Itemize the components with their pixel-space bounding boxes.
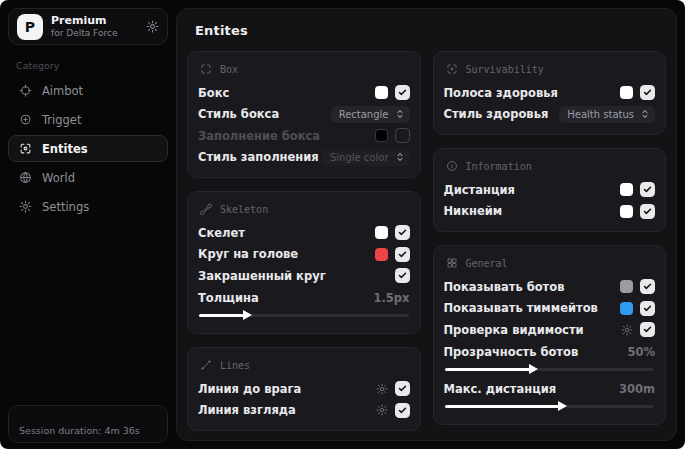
panel-information: Information Дистанция Никнейм — [433, 148, 667, 232]
sidebar-item-settings[interactable]: Settings — [8, 193, 168, 220]
sidebar-item-entites[interactable]: Entites — [8, 135, 168, 162]
brand-card: P Premium for Delta Force — [8, 8, 168, 45]
thickness-slider[interactable] — [199, 314, 409, 317]
slider-value: 50% — [627, 345, 655, 359]
diagonal-line-icon — [200, 359, 212, 371]
setting-row-box-enabled: Бокс — [198, 82, 410, 104]
check-icon — [643, 325, 652, 334]
checkbox-checked[interactable] — [395, 85, 410, 100]
setting-row-bots-opacity: Прозрачность ботов 50% — [444, 342, 656, 364]
fill-style-select[interactable]: Single color — [322, 149, 410, 166]
bots-opacity-slider[interactable] — [445, 368, 655, 371]
sidebar-item-label: World — [42, 171, 75, 185]
check-icon — [398, 384, 407, 393]
frame-icon — [200, 63, 212, 75]
setting-label: Показывать тиммейтов — [444, 301, 598, 315]
thickness-slider-group: Толщина 1.5px — [198, 288, 410, 318]
checkbox-checked[interactable] — [640, 204, 655, 219]
color-swatch[interactable] — [375, 129, 388, 142]
color-swatch[interactable] — [620, 205, 633, 218]
gear-icon[interactable] — [376, 383, 388, 395]
panel-header-label: Lines — [220, 360, 250, 371]
setting-label: Толщина — [198, 291, 259, 305]
panel-survivability-header: Survivability — [444, 59, 656, 82]
max-distance-slider[interactable] — [445, 405, 655, 408]
panel-box-header: Box — [198, 59, 410, 82]
setting-label: Полоса здоровья — [444, 86, 558, 100]
checkbox-checked[interactable] — [640, 182, 655, 197]
check-icon — [643, 88, 652, 97]
opacity-slider-group: Прозрачность ботов 50% — [444, 342, 656, 372]
panel-header-label: Information — [466, 161, 532, 172]
setting-row-skeleton-enabled: Скелет — [198, 222, 410, 244]
panel-header-label: General — [466, 258, 508, 269]
color-swatch[interactable] — [620, 183, 633, 196]
gear-icon[interactable] — [376, 404, 388, 416]
checkbox-checked[interactable] — [640, 279, 655, 294]
setting-row-filled-circle: Закрашенный круг — [198, 265, 410, 287]
setting-label: Показывать ботов — [444, 280, 565, 294]
slider-thumb[interactable] — [558, 401, 567, 411]
setting-row-health-bar: Полоса здоровья — [444, 82, 656, 104]
sidebar-item-world[interactable]: World — [8, 164, 168, 191]
color-swatch[interactable] — [620, 302, 633, 315]
color-swatch[interactable] — [375, 226, 388, 239]
checkbox-checked[interactable] — [395, 268, 410, 283]
checkbox-unchecked[interactable] — [395, 128, 410, 143]
panel-header-label: Skeleton — [220, 204, 268, 215]
app-window: P Premium for Delta Force Category Aimbo… — [0, 0, 685, 449]
setting-row-head-circle: Круг на голове — [198, 244, 410, 266]
slider-value: 1.5px — [373, 291, 409, 305]
gear-icon[interactable] — [621, 324, 633, 336]
box-style-select[interactable]: Rectangle — [331, 106, 410, 123]
check-icon — [398, 271, 407, 280]
slider-thumb[interactable] — [529, 364, 538, 374]
checkbox-checked[interactable] — [395, 381, 410, 396]
right-column: Survivability Полоса здоровья Стиль здор… — [433, 51, 667, 431]
checkbox-checked[interactable] — [640, 301, 655, 316]
color-swatch[interactable] — [375, 248, 388, 261]
checkbox-checked[interactable] — [395, 403, 410, 418]
main-content: Entites Box Бокс — [176, 8, 677, 441]
panel-general: General Показывать ботов Показывать тимм… — [433, 245, 667, 425]
panel-box: Box Бокс Стиль бокса Rectangle — [187, 51, 421, 178]
check-icon — [643, 282, 652, 291]
setting-label: Дистанция — [444, 183, 515, 197]
setting-label: Стиль бокса — [198, 107, 279, 121]
sidebar-item-label: Entites — [42, 142, 88, 156]
panel-lines: Lines Линия до врага Линия взгляда — [187, 347, 421, 431]
panel-header-label: Survivability — [466, 64, 544, 75]
setting-label: Скелет — [198, 226, 245, 240]
brand-text: Premium for Delta Force — [51, 14, 117, 39]
gear-icon[interactable] — [146, 20, 159, 33]
health-style-select[interactable]: Health status — [559, 106, 655, 123]
gear-icon — [19, 200, 32, 213]
session-duration: Session duration: 4m 36s — [8, 405, 168, 443]
setting-row-distance: Дистанция — [444, 179, 656, 201]
setting-label: Линия до врага — [198, 382, 301, 396]
checkbox-checked[interactable] — [395, 225, 410, 240]
color-swatch[interactable] — [620, 86, 633, 99]
checkbox-checked[interactable] — [640, 85, 655, 100]
setting-label: Стиль заполнения — [198, 150, 319, 164]
sidebar-item-label: Trigget — [42, 113, 81, 127]
sidebar-item-aimbot[interactable]: Aimbot — [8, 77, 168, 104]
color-swatch[interactable] — [375, 86, 388, 99]
check-icon — [398, 88, 407, 97]
setting-label: Закрашенный круг — [198, 269, 326, 283]
panel-header-label: Box — [220, 64, 238, 75]
color-swatch[interactable] — [620, 280, 633, 293]
setting-row-visibility-check: Проверка видимости — [444, 319, 656, 341]
slider-thumb[interactable] — [243, 310, 252, 320]
setting-row-box-fill: Заполнение бокса — [198, 125, 410, 147]
setting-row-nickname: Никнейм — [444, 201, 656, 223]
checkbox-checked[interactable] — [395, 247, 410, 262]
globe-icon — [19, 171, 32, 184]
sidebar-item-label: Settings — [42, 200, 89, 214]
checkbox-checked[interactable] — [640, 322, 655, 337]
brand-title: Premium — [51, 14, 117, 28]
chevrons-up-down-icon — [395, 109, 405, 119]
setting-label: Макс. дистанция — [444, 382, 557, 396]
sidebar-item-trigget[interactable]: Trigget — [8, 106, 168, 133]
slider-fill — [199, 314, 249, 317]
